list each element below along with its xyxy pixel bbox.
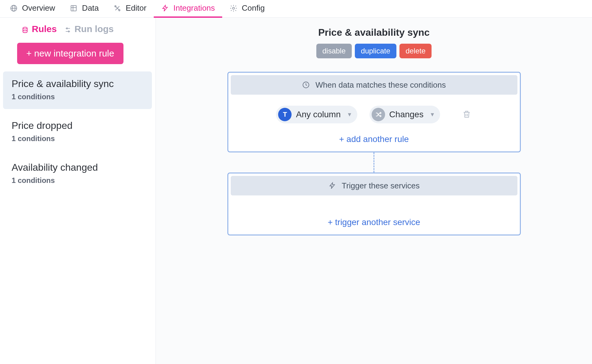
add-service-link[interactable]: + trigger another service [231,214,517,229]
gear-icon [230,4,237,12]
services-empty [231,195,517,214]
services-panel: Trigger these services + trigger another… [227,173,521,235]
tab-config[interactable]: Config [222,0,272,18]
condition-row: T Any column ▼ Changes ▼ [231,95,517,131]
database-icon [21,25,29,33]
sidebar: Rules Run logs + new integration rule Pr… [0,18,156,364]
tab-label: Config [242,3,265,13]
clock-icon [302,81,310,89]
tab-label: Data [82,3,99,13]
bolt-icon [328,182,336,190]
duplicate-button[interactable]: duplicate [355,44,396,58]
globe-icon [10,4,18,12]
svg-point-11 [66,28,68,29]
disable-button[interactable]: disable [316,44,352,58]
shuffle-icon [372,108,385,121]
delete-condition-button[interactable] [461,109,472,120]
conditions-header-text: When data matches these conditions [315,80,446,90]
rule-list-item[interactable]: Price & availability sync 1 conditions [3,71,152,109]
trash-icon [462,110,471,119]
rule-item-conditions: 1 conditions [12,176,143,185]
main-area: Price & availability sync disable duplic… [156,18,592,364]
top-nav: Overview Data Editor Integrations [0,0,592,18]
services-header-text: Trigger these services [342,181,420,191]
services-panel-header: Trigger these services [231,176,517,195]
chevron-down-icon: ▼ [430,111,435,118]
rule-actions: disable duplicate delete [316,44,432,58]
chevron-down-icon: ▼ [347,111,352,118]
svg-point-9 [23,27,27,29]
tab-editor[interactable]: Editor [106,0,154,18]
bolt-icon [161,4,169,12]
conditions-panel-header: When data matches these conditions [231,75,517,95]
svg-rect-3 [71,5,76,11]
column-select[interactable]: T Any column ▼ [276,106,357,123]
subtab-rules[interactable]: Rules [21,24,57,34]
tab-data[interactable]: Data [62,0,106,18]
subtab-label: Run logs [75,24,114,34]
tab-overview[interactable]: Overview [2,0,62,18]
rule-title: Price & availability sync [316,27,432,38]
rule-item-conditions: 1 conditions [12,134,143,143]
add-rule-link[interactable]: + add another rule [231,131,517,146]
svg-point-13 [68,31,69,32]
sub-nav: Rules Run logs [0,20,156,40]
subtab-runlogs[interactable]: Run logs [64,24,114,34]
tools-icon [113,4,121,12]
tab-label: Editor [126,3,146,13]
rule-item-title: Availability changed [12,162,143,173]
tab-label: Integrations [173,3,215,13]
rule-item-title: Price & availability sync [12,78,143,89]
new-integration-rule-button[interactable]: + new integration rule [17,43,123,64]
tab-integrations[interactable]: Integrations [154,0,222,18]
subtab-label: Rules [32,24,57,34]
column-select-label: Any column [296,110,340,119]
sliders-icon [64,25,72,33]
operator-select[interactable]: Changes ▼ [370,106,440,123]
panel-connector [373,152,374,173]
rule-item-title: Price dropped [12,120,143,131]
operator-select-label: Changes [389,110,424,119]
svg-point-8 [233,7,235,9]
rule-list-item[interactable]: Price dropped 1 conditions [3,113,152,151]
rule-item-conditions: 1 conditions [12,93,143,101]
conditions-panel: When data matches these conditions T Any… [227,72,521,152]
text-type-badge: T [278,108,292,121]
rule-list-item[interactable]: Availability changed 1 conditions [3,155,152,193]
delete-button[interactable]: delete [399,44,432,58]
rule-header: Price & availability sync disable duplic… [316,27,432,58]
table-icon [70,4,78,12]
tab-label: Overview [22,3,55,13]
